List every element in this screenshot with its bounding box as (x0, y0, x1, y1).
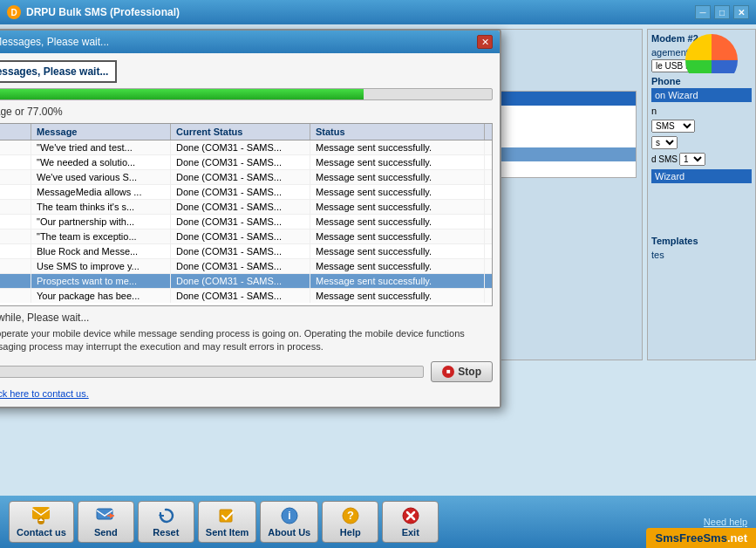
progress-bar (0, 88, 493, 100)
dialog-close-button[interactable]: ✕ (477, 35, 493, 49)
wait-message: It may take a while, Please wait... (0, 312, 493, 324)
cell-current-status: Done (COM31 - SAMS... (171, 200, 310, 214)
cell-current-status: Done (COM31 - SAMS... (171, 170, 310, 184)
reset-button[interactable]: Reset (138, 501, 194, 543)
contact-us-icon (31, 506, 51, 525)
cell-number: 9856324596 (0, 140, 31, 154)
svg-rect-11 (32, 507, 50, 519)
sms-select[interactable]: SMS (651, 120, 695, 133)
cell-current-status: Done (COM31 - SAMS... (171, 215, 310, 229)
wizard2-label[interactable]: Wizard (651, 169, 752, 183)
dialog-actions: ■ Stop (0, 361, 493, 382)
mini-progress-bar (0, 366, 424, 378)
ls-select[interactable]: s (651, 136, 678, 149)
table-header: Number Message Current Status Status (0, 124, 492, 140)
sent-item-icon (218, 506, 237, 525)
phone-label: Phone (651, 76, 752, 86)
cell-number: 75849657 (0, 274, 31, 288)
help-label: Help (340, 527, 361, 538)
cell-number: 9865233265 (0, 259, 31, 273)
title-bar: D DRPU Bulk SMS (Professional) ─ □ ✕ (0, 0, 756, 24)
table-row[interactable]: 9856324596 "We've tried and test... Done… (0, 140, 492, 155)
cell-current-status: Done (COM31 - SAMS... (171, 244, 310, 258)
cell-status: Message sent successfully. (310, 170, 485, 184)
dialog-title-bar: Sending Messages, Please wait... ✕ (0, 31, 500, 53)
table-row[interactable]: 8456125487 "The team is exceptio... Done… (0, 229, 492, 244)
cell-number: 8596349217 (0, 289, 31, 303)
progress-label: Sending Messages, Please wait... (0, 60, 117, 83)
table-row[interactable]: 8542369854 "We needed a solutio... Done … (0, 155, 492, 170)
cell-message: "We needed a solutio... (31, 155, 171, 169)
about-us-button[interactable]: i About Us (260, 501, 318, 543)
n-label: n (651, 106, 752, 116)
cell-status: Message sent successfully. (310, 289, 485, 303)
table-row[interactable]: 8596349217 Your package has bee... Done … (0, 289, 492, 303)
sms-net-text: .net (727, 531, 747, 545)
cell-number: 8456125487 (0, 229, 31, 243)
cell-current-status: Done (COM31 - SAMS... (171, 185, 310, 199)
cell-status: Message sent successfully. (310, 140, 485, 154)
help-link[interactable]: Need help? Click here to contact us. (0, 388, 89, 399)
table-row[interactable]: 6369859748 "Our partnership with... Done… (0, 215, 492, 229)
cell-message: "We've tried and test... (31, 140, 171, 154)
cell-status: Message sent successfully. (310, 259, 485, 273)
d-sms-label: d SMS (651, 154, 678, 164)
col-message: Message (31, 124, 171, 140)
svg-text:?: ? (347, 509, 354, 522)
app-title: DRPU Bulk SMS (Professional) (26, 6, 180, 18)
lates-label: tes (651, 250, 752, 260)
need-help-taskbar[interactable]: Need help (704, 517, 747, 527)
table-row[interactable]: 75849657 Prospects want to me... Done (C… (0, 274, 492, 289)
cell-message: Your package has bee... (31, 289, 171, 303)
taskbar: Contact us Send Reset (0, 496, 756, 548)
wizard-label[interactable]: on Wizard (651, 88, 752, 102)
sending-dialog: Sending Messages, Please wait... ✕ Sendi… (0, 29, 501, 408)
cell-current-status: Done (COM31 - SAMS... (171, 274, 310, 288)
cell-status: Message sent successfully. (310, 215, 485, 229)
cell-status: Message sent successfully. (310, 200, 485, 214)
table-body[interactable]: 9856324596 "We've tried and test... Done… (0, 140, 492, 303)
cell-message: Use SMS to improve y... (31, 259, 171, 273)
sms-banner: SmsFreeSms.net (646, 528, 756, 548)
cell-message: Blue Rock and Messe... (31, 244, 171, 258)
cell-status: Message sent successfully. (310, 229, 485, 243)
cell-number: 6369859748 (0, 215, 31, 229)
cell-current-status: Done (COM31 - SAMS... (171, 259, 310, 273)
cell-current-status: Done (COM31 - SAMS... (171, 155, 310, 169)
table-row[interactable]: 9865233265 Use SMS to improve y... Done … (0, 259, 492, 274)
help-button[interactable]: ? Help (322, 501, 378, 543)
cell-current-status: Done (COM31 - SAMS... (171, 229, 310, 243)
cell-message: "Our partnership with... (31, 215, 171, 229)
cell-status: Message sent successfully. (310, 274, 485, 288)
about-us-icon: i (280, 506, 299, 525)
cell-status: Message sent successfully. (310, 185, 485, 199)
minimize-button[interactable]: ─ (695, 5, 711, 19)
maximize-button[interactable]: □ (714, 5, 730, 19)
exit-label: Exit (402, 527, 419, 538)
window-controls: ─ □ ✕ (695, 5, 749, 19)
send-button[interactable]: Send (78, 501, 134, 543)
contact-us-button[interactable]: Contact us (9, 501, 74, 543)
sent-item-button[interactable]: Sent Item (198, 501, 257, 543)
exit-button[interactable]: Exit (382, 501, 439, 543)
stop-button[interactable]: ■ Stop (431, 361, 493, 382)
dialog-body: Sending Messages, Please wait... 11 / 17… (0, 53, 500, 407)
right-panel: Modem #2 on agement le USB Mo Phone on W… (647, 29, 756, 360)
cell-number: 7584965785 (0, 200, 31, 214)
cell-number: 3214569879 (0, 185, 31, 199)
send-icon (96, 506, 115, 525)
table-row[interactable]: 3214569879 MessageMedia allows ... Done … (0, 185, 492, 200)
cell-current-status: Done (COM31 - SAMS... (171, 289, 310, 303)
sms-num-select[interactable]: 1 (679, 153, 705, 166)
close-window-button[interactable]: ✕ (733, 5, 749, 19)
cell-current-status: Done (COM31 - SAMS... (171, 140, 310, 154)
table-row[interactable]: 32145698 Blue Rock and Messe... Done (CO… (0, 244, 492, 259)
cell-message: We've used various S... (31, 170, 171, 184)
cell-number: 32145698 (0, 244, 31, 258)
reset-label: Reset (153, 527, 179, 538)
cell-message: MessageMedia allows ... (31, 185, 171, 199)
message-table: Number Message Current Status Status 985… (0, 123, 493, 306)
table-row[interactable]: 6325986952 We've used various S... Done … (0, 170, 492, 185)
stop-icon: ■ (442, 366, 454, 378)
table-row[interactable]: 7584965785 The team thinks it's s... Don… (0, 200, 492, 215)
